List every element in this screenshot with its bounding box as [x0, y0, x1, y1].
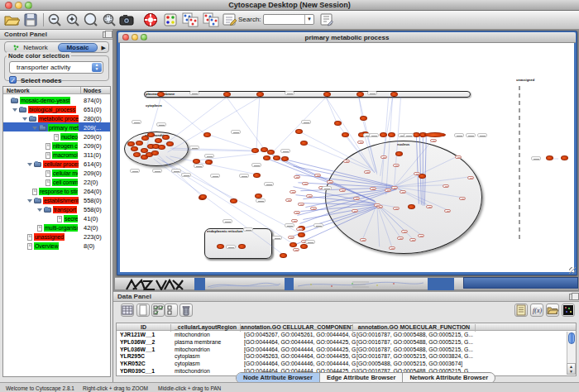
- graph-node-outline[interactable]: [385, 189, 391, 192]
- snapshot-icon[interactable]: [118, 12, 135, 27]
- graph-node[interactable]: [151, 151, 159, 155]
- minimize-button[interactable]: [15, 2, 22, 9]
- network-view-window[interactable]: primary metabolic process plasma membran…: [117, 31, 577, 275]
- graph-node[interactable]: [238, 244, 246, 249]
- graph-node[interactable]: [334, 121, 342, 126]
- graph-node-outline[interactable]: [327, 180, 333, 184]
- graph-node[interactable]: [203, 132, 211, 137]
- tree-row[interactable]: cell communicat22(0): [3, 177, 110, 186]
- graph-node-outline[interactable]: [459, 197, 466, 200]
- graph-node-outline[interactable]: [467, 176, 474, 179]
- graph-node-outline[interactable]: [393, 164, 400, 167]
- graph-node-outline[interactable]: [298, 203, 304, 206]
- network-overlay-1-icon[interactable]: [182, 12, 199, 27]
- graph-node[interactable]: [561, 155, 568, 160]
- graph-node-outline[interactable]: [414, 172, 420, 175]
- graph-node-outline[interactable]: [352, 209, 358, 213]
- graph-node-outline[interactable]: [288, 236, 294, 239]
- graph-node[interactable]: [388, 132, 395, 137]
- tree-row[interactable]: multi-organism pro42(0): [3, 222, 110, 232]
- graph-node[interactable]: [230, 198, 237, 203]
- graph-node-outline[interactable]: [302, 182, 309, 185]
- graph-node[interactable]: [295, 129, 303, 134]
- zoom-out-icon[interactable]: [46, 12, 63, 27]
- graph-node-outline[interactable]: [389, 246, 395, 250]
- graph-node[interactable]: [395, 151, 403, 156]
- tree-row[interactable]: nucleobase-209(0): [3, 131, 110, 141]
- graph-node[interactable]: [300, 141, 308, 146]
- graph-node[interactable]: [131, 146, 138, 151]
- inner-close-button[interactable]: [122, 34, 129, 41]
- graph-node-outline[interactable]: [360, 238, 366, 241]
- float-icon[interactable]: [569, 294, 576, 300]
- zoom-selected-icon[interactable]: [101, 12, 117, 27]
- graph-node-outline[interactable]: [455, 155, 462, 159]
- graph-node-outline[interactable]: [364, 170, 371, 174]
- graph-node[interactable]: [546, 155, 553, 160]
- graph-node-outline[interactable]: [291, 219, 298, 222]
- network-overlay-2-icon[interactable]: [203, 12, 219, 27]
- graph-node[interactable]: [298, 232, 305, 237]
- search-dropdown-icon[interactable]: ▼: [304, 15, 313, 24]
- graph-node-outline[interactable]: [443, 184, 449, 188]
- graph-node[interactable]: [342, 132, 349, 137]
- graph-node[interactable]: [251, 148, 259, 153]
- inner-minimize-button[interactable]: [132, 34, 138, 41]
- open-file-icon[interactable]: [3, 12, 20, 27]
- graph-node-outline[interactable]: [339, 189, 346, 192]
- tab-mosaic[interactable]: Mosaic: [58, 43, 98, 52]
- network-window-titlebar[interactable]: primary metabolic process: [118, 32, 576, 43]
- tab-network[interactable]: Network: [7, 43, 56, 52]
- column-header[interactable]: annotation.GO CELLULAR_COMPONENT: [241, 324, 353, 332]
- save-icon[interactable]: [22, 12, 39, 27]
- graph-node-outline[interactable]: [314, 174, 321, 177]
- graph-node[interactable]: [136, 141, 143, 146]
- graph-node-outline[interactable]: [426, 205, 433, 208]
- form-icon[interactable]: [318, 12, 335, 27]
- graph-node[interactable]: [273, 155, 280, 160]
- expander-icon[interactable]: [37, 208, 42, 212]
- float-icon[interactable]: [103, 31, 109, 38]
- zoom-fit-icon[interactable]: [83, 12, 99, 27]
- tree-row[interactable]: macromolecule311(0): [3, 150, 110, 159]
- column-header[interactable]: _cellularLayoutRegion: [171, 324, 241, 332]
- graph-node-outline[interactable]: [310, 207, 317, 210]
- import-button[interactable]: [546, 304, 559, 317]
- expander-icon[interactable]: [22, 117, 27, 121]
- zoom-in-icon[interactable]: [65, 12, 81, 27]
- graph-node[interactable]: [356, 92, 364, 97]
- graph-node-outline[interactable]: [418, 234, 424, 237]
- attribute-list-button[interactable]: [514, 304, 528, 317]
- graph-node[interactable]: [133, 152, 141, 157]
- graph-node-outline[interactable]: [409, 238, 416, 241]
- graph-node[interactable]: [267, 150, 275, 155]
- select-nodes-checkbox[interactable]: ✓: [9, 76, 17, 84]
- scrollbar-thumb[interactable]: [568, 332, 575, 344]
- graph-node[interactable]: [380, 132, 387, 137]
- scrollbar-arrows[interactable]: ▲▼: [567, 363, 576, 375]
- graph-node[interactable]: [300, 244, 308, 249]
- graph-node-outline[interactable]: [391, 186, 398, 189]
- zoom-button[interactable]: [25, 2, 32, 9]
- graph-node[interactable]: [323, 92, 331, 97]
- graph-node-outline[interactable]: [343, 160, 350, 163]
- graph-node-outline[interactable]: [357, 141, 364, 144]
- tree-row[interactable]: cellular metabol209(0): [3, 168, 110, 177]
- tree-row[interactable]: metabolic process280(0): [3, 113, 110, 122]
- table-row[interactable]: YKR052Ccytoplasm[GO:0044464, GO:0044446,…: [117, 361, 576, 368]
- vizmapper-icon[interactable]: [164, 12, 177, 27]
- tree-row[interactable]: mosaic-demo-yeast874(0): [3, 95, 110, 104]
- attribute-table[interactable]: ID_cellularLayoutRegionannotation.GO CEL…: [116, 323, 577, 376]
- graph-node-outline[interactable]: [306, 194, 313, 198]
- graph-node-outline[interactable]: [296, 227, 303, 231]
- tree-row[interactable]: cellular process614(0): [3, 159, 110, 168]
- formula-button[interactable]: f(x): [530, 304, 543, 317]
- table-scrollbar[interactable]: ▲▼: [567, 332, 576, 375]
- graph-node[interactable]: [253, 173, 261, 178]
- expander-icon[interactable]: [12, 108, 17, 112]
- graph-node[interactable]: [157, 92, 165, 97]
- graph-node[interactable]: [147, 132, 155, 137]
- background-windows[interactable]: [115, 277, 578, 289]
- network-canvas[interactable]: plasma membranecytoplasmmitochondrionnuc…: [120, 43, 574, 272]
- graph-node-outline[interactable]: [393, 207, 400, 210]
